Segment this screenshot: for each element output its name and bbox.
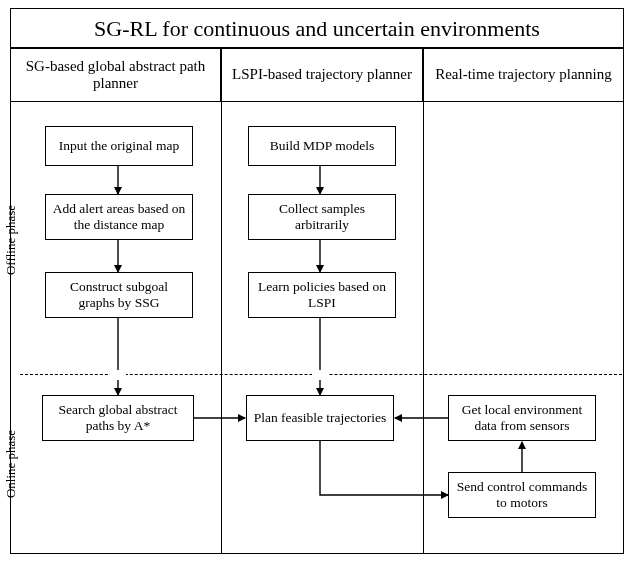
box-input-original-map: Input the original map [45,126,193,166]
box-send-commands: Send control commands to motors [448,472,596,518]
column-header-3: Real-time trajectory planning [423,48,624,102]
phase-label-offline: Offline phase [2,110,20,370]
box-build-mdp: Build MDP models [248,126,396,166]
diagram-title: SG-RL for continuous and uncertain envir… [10,8,624,48]
box-plan-trajectories: Plan feasible trajectories [246,395,394,441]
phase-label-online: Online phase [2,379,20,549]
box-construct-subgoal-graphs: Construct subgoal graphs by SSG [45,272,193,318]
column-header-2-label: LSPI-based trajectory planner [232,66,412,83]
box-add-alert-areas: Add alert areas based on the distance ma… [45,194,193,240]
column-header-3-label: Real-time trajectory planning [435,66,612,83]
box-learn-policies: Learn policies based on LSPI [248,272,396,318]
column-header-2: LSPI-based trajectory planner [221,48,423,102]
box-get-local-env: Get local environment data from sensors [448,395,596,441]
column-header-1: SG-based global abstract path planner [10,48,221,102]
box-collect-samples: Collect samples arbitrarily [248,194,396,240]
dash-gap-1 [110,370,126,380]
box-search-global-paths: Search global abstract paths by A* [42,395,194,441]
column-divider-2 [423,102,424,554]
column-header-1-label: SG-based global abstract path planner [15,58,216,93]
dash-gap-2 [312,370,328,380]
column-divider-1 [221,102,222,554]
